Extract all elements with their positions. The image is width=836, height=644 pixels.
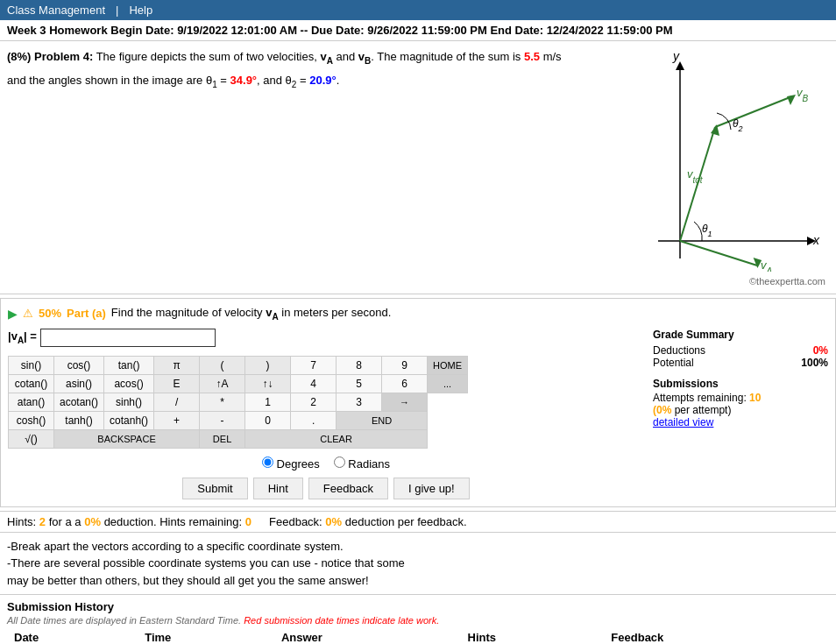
calc-close-paren[interactable]: ): [245, 356, 291, 374]
calc-cos[interactable]: cos(): [54, 356, 104, 374]
feedback-text: deduction per feedback.: [345, 515, 467, 528]
col-feedback: Feedback: [604, 629, 829, 644]
calc-3[interactable]: 3: [337, 393, 382, 411]
calc-open-paren[interactable]: (: [200, 356, 245, 374]
attempts-row: Attempts remaining: 10: [653, 392, 828, 404]
problem-left: (8%) Problem 4: The figure depicts the s…: [7, 48, 601, 287]
grade-summary-panel: Grade Summary Deductions 0% Potential 10…: [653, 329, 828, 499]
calc-0[interactable]: 0: [245, 411, 291, 429]
magnitude-value: 5.5: [524, 50, 540, 63]
calc-4[interactable]: 4: [291, 374, 337, 393]
topbar: Class Management | Help: [0, 0, 836, 20]
svg-text:y: y: [672, 49, 680, 63]
calc-sqrt[interactable]: √(): [9, 429, 54, 448]
submission-history-title: Submission History: [7, 600, 829, 613]
calc-7[interactable]: 7: [291, 356, 337, 374]
calc-clear[interactable]: CLEAR: [245, 429, 428, 448]
potential-value: 100%: [801, 357, 828, 369]
feedback-button[interactable]: Feedback: [308, 478, 388, 499]
calc-divide[interactable]: /: [154, 393, 200, 411]
svg-text:vB: vB: [797, 86, 809, 103]
calc-8[interactable]: 8: [337, 356, 382, 374]
calc-tan[interactable]: tan(): [104, 356, 154, 374]
calc-plus[interactable]: +: [154, 411, 200, 429]
calc-tanh[interactable]: tanh(): [54, 411, 104, 429]
detailed-view-link[interactable]: detailed view: [653, 416, 713, 428]
calc-5[interactable]: 5: [337, 374, 382, 393]
degrees-label[interactable]: Degrees: [262, 456, 320, 471]
hints-left: Hints: 2 for a a 0% deduction. Hints rem…: [7, 515, 252, 528]
svg-text:x: x: [812, 233, 820, 247]
dash: --: [301, 24, 308, 37]
topbar-separator: |: [116, 4, 118, 17]
header-row: Week 3 Homework Begin Date: 9/19/2022 12…: [0, 20, 836, 41]
copyright: ©theexpertta.com: [610, 276, 829, 287]
feedback-label: Feedback:: [269, 515, 322, 528]
deductions-label: Deductions: [653, 344, 705, 357]
svg-text:θ2: θ2: [733, 117, 743, 133]
attempts-value: 10: [749, 392, 761, 404]
theta1-value: 34.9°: [230, 74, 258, 87]
radians-radio[interactable]: [334, 456, 345, 468]
calc-ellipsis[interactable]: ...: [428, 374, 468, 393]
svg-text:θ1: θ1: [702, 223, 712, 238]
calc-backspace[interactable]: BACKSPACE: [54, 429, 200, 448]
late-work-note: Red submission date times indicate late …: [244, 615, 439, 626]
calc-end[interactable]: END: [337, 411, 428, 429]
calc-dot[interactable]: .: [291, 411, 337, 429]
submission-table: Date Time Answer Hints Feedback: [7, 629, 829, 644]
hints-label: Hints:: [7, 515, 36, 528]
class-management-link[interactable]: Class Management: [7, 4, 105, 17]
main-content: (8%) Problem 4: The figure depicts the s…: [0, 41, 836, 294]
calc-2[interactable]: 2: [291, 393, 337, 411]
part-a-warning: ⚠: [23, 307, 33, 320]
calc-cotanh[interactable]: cotanh(): [104, 411, 154, 429]
degrees-radio[interactable]: [262, 456, 273, 468]
feedback-deduction: 0%: [325, 515, 342, 528]
hints-count: 2: [39, 515, 46, 528]
submit-button[interactable]: Submit: [182, 478, 247, 499]
per-attempt-label: per attempt): [675, 404, 732, 416]
part-a-label: Part (a): [67, 307, 106, 320]
calc-6[interactable]: 6: [382, 374, 428, 393]
calc-asin[interactable]: asin(): [54, 374, 104, 393]
svg-line-6: [680, 241, 757, 265]
hints-deduction: 0%: [84, 515, 101, 528]
hints-deduction2: deduction. Hints remaining:: [104, 515, 243, 528]
part-a-desc: Find the magnitude of velocity vA in met…: [111, 306, 391, 322]
calc-sinh[interactable]: sinh(): [104, 393, 154, 411]
hints-content: -Break apart the vectors according to a …: [0, 533, 836, 596]
calc-minus[interactable]: -: [200, 411, 245, 429]
calc-multiply[interactable]: *: [200, 393, 245, 411]
calc-1[interactable]: 1: [245, 393, 291, 411]
radians-label[interactable]: Radians: [334, 456, 390, 471]
give-up-button[interactable]: I give up!: [393, 478, 470, 499]
col-hints: Hints: [461, 629, 605, 644]
calc-cotan[interactable]: cotan(): [9, 374, 54, 393]
calc-e[interactable]: E: [154, 374, 200, 393]
calc-atan[interactable]: atan(): [9, 393, 54, 411]
answer-input[interactable]: [40, 329, 216, 347]
end-date: 12/24/2022 11:59:00 PM: [547, 24, 673, 37]
help-link[interactable]: Help: [129, 4, 152, 17]
calc-9[interactable]: 9: [382, 356, 428, 374]
calc-sin[interactable]: sin(): [9, 356, 54, 374]
problem-percent: (8%): [7, 50, 31, 63]
calc-acos[interactable]: acos(): [104, 374, 154, 393]
grade-summary-title: Grade Summary: [653, 329, 828, 341]
hints-remaining: 0: [245, 515, 252, 528]
calc-cosh[interactable]: cosh(): [9, 411, 54, 429]
calc-acotan[interactable]: acotan(): [54, 393, 104, 411]
calc-home[interactable]: HOME: [428, 356, 468, 374]
calc-pi[interactable]: π: [154, 356, 200, 374]
hint-button[interactable]: Hint: [253, 478, 303, 499]
calc-up-a[interactable]: ↑A: [200, 374, 245, 393]
potential-label: Potential: [653, 357, 694, 369]
calc-right-arrow[interactable]: →: [382, 393, 428, 411]
calc-del[interactable]: DEL: [200, 429, 245, 448]
begin-label: Begin Date:: [110, 24, 174, 37]
svg-line-12: [715, 96, 792, 127]
action-buttons: Submit Hint Feedback I give up!: [8, 478, 644, 499]
calc-up-down[interactable]: ↑↓: [245, 374, 291, 393]
submissions-title: Submissions: [653, 378, 828, 390]
